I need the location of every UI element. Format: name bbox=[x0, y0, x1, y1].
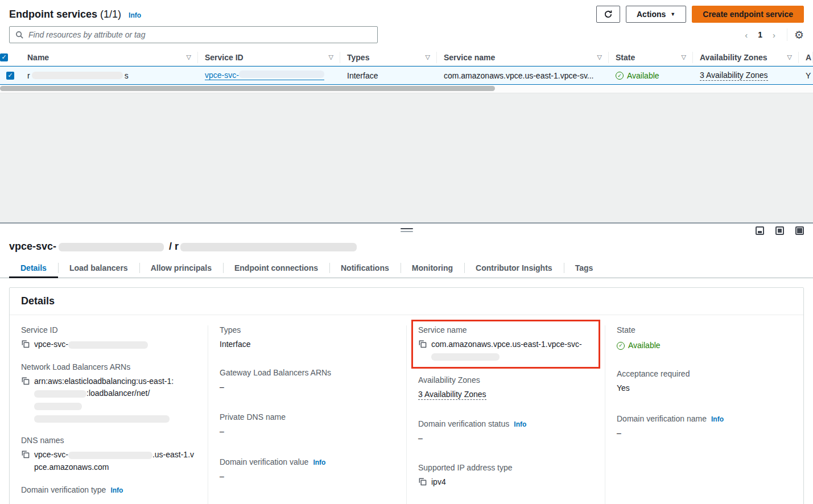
copy-icon[interactable] bbox=[21, 450, 30, 460]
row-clipped-cell: Y bbox=[799, 67, 813, 84]
sort-icon[interactable]: ▽ bbox=[787, 53, 792, 61]
field-state: State ✓Available bbox=[617, 325, 792, 352]
column-header-types[interactable]: Types▽ bbox=[340, 49, 437, 65]
column-header-clipped[interactable]: A bbox=[799, 49, 813, 65]
column-header-state[interactable]: State▽ bbox=[609, 49, 693, 65]
column-header-service-name[interactable]: Service name▽ bbox=[437, 49, 609, 65]
tab-allow-principals[interactable]: Allow principals bbox=[139, 258, 223, 278]
row-name-cell: rs bbox=[20, 67, 198, 84]
field-service-name: Service name com.amazonaws.vpce.us-east-… bbox=[418, 325, 593, 363]
sort-icon[interactable]: ▽ bbox=[597, 53, 602, 61]
field-dns-names: DNS names vpce-svc-.us-east-1.vpce.amazo… bbox=[21, 436, 196, 473]
panel-position-full-icon[interactable] bbox=[795, 226, 804, 235]
panel-resize-handle-icon[interactable] bbox=[401, 228, 413, 232]
field-domain-verification-status: Domain verification statusInfo – bbox=[418, 419, 593, 445]
header-bar: Endpoint services (1/1) Info Actions ▼ C… bbox=[0, 0, 813, 25]
table-row[interactable]: ✓ rs vpce-svc- Interface com.amazonaws.v… bbox=[0, 66, 813, 85]
search-box[interactable] bbox=[9, 26, 378, 43]
row-checkbox[interactable]: ✓ bbox=[0, 67, 20, 84]
tab-details[interactable]: Details bbox=[9, 258, 58, 278]
column-header-name[interactable]: Name▽ bbox=[20, 49, 198, 65]
copy-icon[interactable] bbox=[21, 377, 30, 387]
availability-zones-popover-link[interactable]: 3 Availability Zones bbox=[418, 390, 486, 400]
column-header-service-id[interactable]: Service ID▽ bbox=[198, 49, 340, 65]
refresh-icon bbox=[604, 10, 613, 19]
row-state-cell: ✓Available bbox=[609, 67, 693, 84]
redacted-text bbox=[68, 452, 152, 459]
panel-title: vpce-svc- / r bbox=[0, 236, 813, 258]
panel-drag-row bbox=[0, 224, 813, 236]
refresh-button[interactable] bbox=[596, 6, 620, 23]
redacted-text bbox=[32, 72, 123, 79]
search-icon bbox=[15, 31, 24, 39]
sort-icon[interactable]: ▽ bbox=[187, 53, 191, 61]
prev-page-button[interactable]: ‹ bbox=[740, 29, 752, 41]
detail-split-panel: vpce-svc- / r Details Load balancers All… bbox=[0, 222, 813, 503]
availability-zones-popover-link[interactable]: 3 Availability Zones bbox=[700, 71, 768, 81]
panel-position-side-icon[interactable] bbox=[775, 226, 784, 235]
copy-icon[interactable] bbox=[418, 477, 427, 488]
page-title-text: Endpoint services bbox=[9, 9, 97, 20]
field-service-id: Service ID vpce-svc- bbox=[21, 325, 196, 351]
tab-notifications[interactable]: Notifications bbox=[329, 258, 401, 278]
resource-count: (1/1) bbox=[100, 9, 121, 20]
details-column-1: Service ID vpce-svc- Network Load Balanc… bbox=[10, 325, 208, 504]
redacted-text bbox=[34, 390, 86, 398]
sort-icon[interactable]: ▽ bbox=[682, 53, 686, 61]
details-card-heading: Details bbox=[10, 288, 803, 315]
copy-icon[interactable] bbox=[21, 340, 30, 350]
actions-button-label: Actions bbox=[637, 10, 666, 19]
tab-tags[interactable]: Tags bbox=[564, 258, 605, 278]
row-service-name-cell: com.amazonaws.vpce.us-east-1.vpce-sv... bbox=[437, 67, 609, 84]
details-card: Details Service ID vpce-svc- Network Loa… bbox=[9, 287, 804, 504]
page-title: Endpoint services (1/1) Info bbox=[9, 9, 141, 20]
tab-monitoring[interactable]: Monitoring bbox=[401, 258, 464, 278]
tab-load-balancers[interactable]: Load balancers bbox=[58, 258, 139, 278]
checkbox-checked-icon: ✓ bbox=[6, 72, 14, 80]
field-private-dns-name: Private DNS name – bbox=[220, 412, 395, 438]
info-link[interactable]: Info bbox=[711, 415, 724, 423]
service-name-highlight-box: Service name com.amazonaws.vpce.us-east-… bbox=[411, 320, 600, 369]
top-section: Endpoint services (1/1) Info Actions ▼ C… bbox=[0, 0, 813, 222]
field-domain-verification-name: Domain verification nameInfo – bbox=[617, 414, 792, 440]
header-actions: Actions ▼ Create endpoint service bbox=[596, 6, 804, 23]
tab-contributor-insights[interactable]: Contributor Insights bbox=[464, 258, 564, 278]
details-column-2: Types Interface Gateway Load Balancers A… bbox=[208, 325, 406, 504]
empty-area bbox=[0, 93, 813, 222]
current-page[interactable]: 1 bbox=[754, 29, 766, 40]
details-column-4: State ✓Available Acceptance required Yes… bbox=[605, 325, 803, 504]
actions-button[interactable]: Actions ▼ bbox=[626, 6, 686, 23]
redacted-text bbox=[239, 71, 324, 78]
header-info-link[interactable]: Info bbox=[129, 11, 141, 19]
redacted-text bbox=[34, 403, 82, 410]
field-supported-ip-type: Supported IP address type ipv4 bbox=[418, 463, 593, 489]
column-header-availability-zones[interactable]: Availability Zones▽ bbox=[693, 49, 799, 65]
sort-icon[interactable]: ▽ bbox=[329, 53, 333, 61]
field-types: Types Interface bbox=[220, 325, 395, 351]
select-all-checkbox[interactable]: ✓ bbox=[0, 49, 20, 65]
sort-icon[interactable]: ▽ bbox=[426, 53, 430, 61]
search-input[interactable] bbox=[28, 30, 372, 39]
tab-endpoint-connections[interactable]: Endpoint connections bbox=[223, 258, 329, 278]
chevron-down-icon: ▼ bbox=[670, 11, 675, 17]
redacted-text bbox=[59, 243, 164, 251]
info-link[interactable]: Info bbox=[514, 420, 526, 428]
create-endpoint-service-button[interactable]: Create endpoint service bbox=[692, 6, 804, 23]
service-id-link[interactable]: vpce-svc- bbox=[205, 71, 324, 80]
checkbox-checked-icon: ✓ bbox=[0, 53, 8, 61]
details-card-body: Service ID vpce-svc- Network Load Balanc… bbox=[10, 315, 803, 504]
next-page-button[interactable]: › bbox=[768, 29, 780, 41]
search-bar: ‹ 1 › ⚙ bbox=[0, 25, 813, 49]
settings-gear-icon[interactable]: ⚙ bbox=[794, 30, 804, 40]
details-column-3: Service name com.amazonaws.vpce.us-east-… bbox=[406, 325, 605, 504]
info-link[interactable]: Info bbox=[313, 458, 325, 466]
panel-position-bottom-icon[interactable] bbox=[756, 226, 764, 235]
redacted-text bbox=[180, 243, 357, 251]
scrollbar-thumb[interactable] bbox=[0, 86, 495, 91]
row-availability-zones-cell: 3 Availability Zones bbox=[693, 67, 799, 84]
available-check-icon: ✓ bbox=[617, 342, 625, 350]
field-glb-arns: Gateway Load Balancers ARNs – bbox=[220, 368, 395, 394]
panel-layout-controls bbox=[756, 226, 804, 235]
info-link[interactable]: Info bbox=[110, 486, 123, 494]
copy-icon[interactable] bbox=[418, 340, 427, 350]
